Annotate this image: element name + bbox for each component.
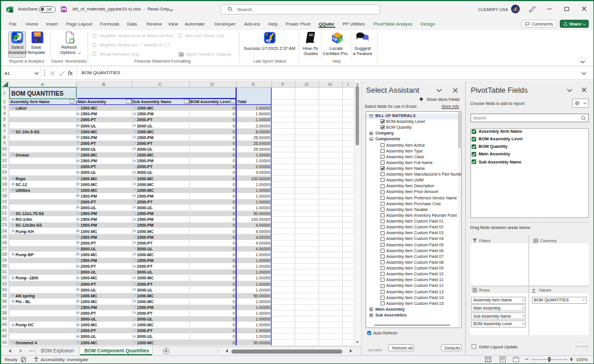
svg-text:Σ: Σ (339, 37, 342, 42)
svg-text:X: X (7, 8, 9, 11)
